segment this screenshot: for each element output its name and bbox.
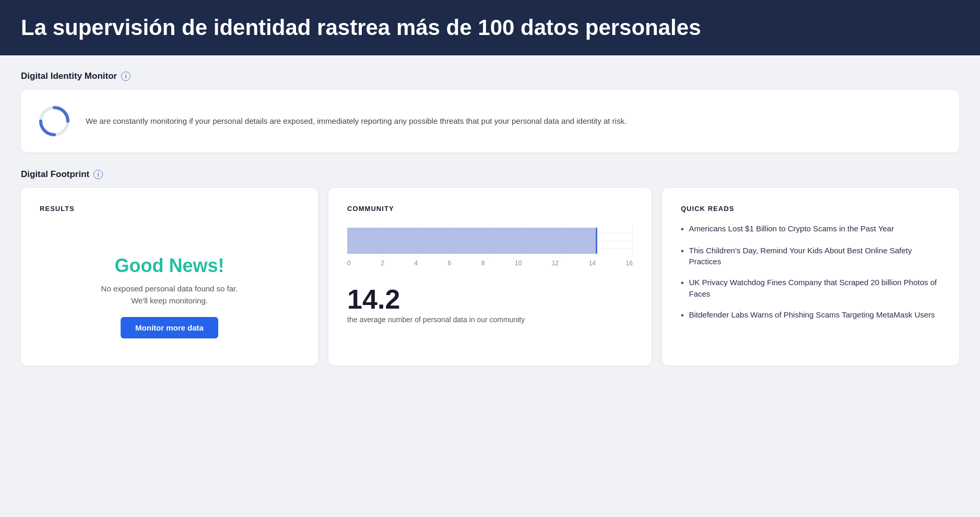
good-news-text: Good News! xyxy=(115,255,225,277)
identity-monitor-header: Digital Identity Monitor i xyxy=(21,71,959,81)
community-label: COMMUNITY xyxy=(347,205,633,213)
quick-read-text-3: UK Privacy Watchdog Fines Company that S… xyxy=(689,277,940,300)
monitoring-spinner-icon xyxy=(38,104,71,138)
identity-monitor-info-icon[interactable]: i xyxy=(121,72,131,81)
x-label-12: 12 xyxy=(552,260,559,267)
x-label-2: 2 xyxy=(381,260,384,267)
x-label-10: 10 xyxy=(515,260,522,267)
bullet-dot-4: • xyxy=(681,309,684,321)
bullet-dot-2: • xyxy=(681,245,684,268)
identity-monitor-description: We are constantly monitoring if your per… xyxy=(86,115,627,127)
x-axis: 0 2 4 6 8 10 12 14 16 xyxy=(347,260,633,267)
x-label-0: 0 xyxy=(347,260,351,267)
x-label-8: 8 xyxy=(481,260,485,267)
quick-read-text-1: Americans Lost $1 Billion to Crypto Scam… xyxy=(689,223,894,235)
quick-read-item-4[interactable]: • Bitdefender Labs Warns of Phishing Sca… xyxy=(681,309,940,321)
hero-banner: La supervisión de identidad rastrea más … xyxy=(0,0,980,55)
results-label: RESULTS xyxy=(40,205,75,213)
community-card: COMMUNITY xyxy=(328,188,652,366)
digital-footprint-section: Digital Footprint i RESULTS Good News! N… xyxy=(21,169,959,366)
hero-title: La supervisión de identidad rastrea más … xyxy=(21,15,959,41)
bar-track xyxy=(347,225,633,256)
quick-reads-label: QUICK READS xyxy=(681,205,940,213)
identity-monitor-card: We are constantly monitoring if your per… xyxy=(21,90,959,152)
results-content: Good News! No exposed personal data foun… xyxy=(101,244,238,349)
quick-reads-list: • Americans Lost $1 Billion to Crypto Sc… xyxy=(681,223,940,321)
quick-read-item-3[interactable]: • UK Privacy Watchdog Fines Company that… xyxy=(681,277,940,300)
x-label-4: 4 xyxy=(414,260,418,267)
digital-footprint-title: Digital Footprint xyxy=(21,169,89,180)
footprint-cards-row: RESULTS Good News! No exposed personal d… xyxy=(21,188,959,366)
v-grid-8 xyxy=(632,225,633,256)
main-content: Digital Identity Monitor i We are consta… xyxy=(0,55,980,381)
avg-desc: the average number of personal data in o… xyxy=(347,315,633,325)
avg-number: 14.2 xyxy=(347,286,633,313)
community-bar-chart: 0 2 4 6 8 10 12 14 16 xyxy=(347,225,633,277)
digital-footprint-header: Digital Footprint i xyxy=(21,169,959,180)
x-label-16: 16 xyxy=(625,260,632,267)
bullet-dot-1: • xyxy=(681,223,684,235)
quick-read-text-4: Bitdefender Labs Warns of Phishing Scams… xyxy=(689,309,935,321)
bar-fill xyxy=(347,228,597,254)
identity-monitor-title: Digital Identity Monitor xyxy=(21,71,117,81)
quick-reads-card: QUICK READS • Americans Lost $1 Billion … xyxy=(662,188,959,366)
monitor-more-data-button[interactable]: Monitor more data xyxy=(121,317,218,338)
digital-footprint-info-icon[interactable]: i xyxy=(93,170,103,179)
no-exposed-text: No exposed personal data found so far.We… xyxy=(101,283,238,307)
results-card: RESULTS Good News! No exposed personal d… xyxy=(21,188,318,366)
x-label-6: 6 xyxy=(448,260,452,267)
x-label-14: 14 xyxy=(589,260,596,267)
bullet-dot-3: • xyxy=(681,277,684,300)
quick-read-item-1[interactable]: • Americans Lost $1 Billion to Crypto Sc… xyxy=(681,223,940,235)
quick-read-item-2[interactable]: • This Children's Day, Remind Your Kids … xyxy=(681,245,940,268)
quick-read-text-2: This Children's Day, Remind Your Kids Ab… xyxy=(689,245,940,268)
